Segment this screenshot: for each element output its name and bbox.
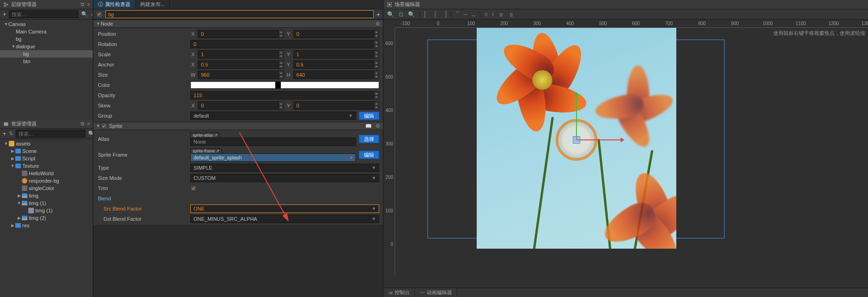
gizmo-x-axis[interactable]: [577, 139, 621, 140]
align-middle-icon[interactable]: ─: [464, 11, 468, 18]
frame-edit-button[interactable]: 编辑: [359, 151, 379, 159]
spin-up-icon[interactable]: ▲: [374, 40, 379, 45]
atlas-field[interactable]: None: [190, 138, 356, 146]
disclosure-icon[interactable]: ▼: [4, 22, 8, 26]
gizmo-center[interactable]: [573, 136, 580, 144]
asset-node[interactable]: responder-bg: [0, 177, 93, 185]
dropdown[interactable]: SIMPLE▼: [190, 164, 379, 172]
number-input[interactable]: [190, 91, 379, 99]
hierarchy-node[interactable]: bg: [0, 35, 93, 43]
spin-up-icon[interactable]: ▲: [374, 61, 379, 65]
transform-gizmo[interactable]: [556, 119, 597, 161]
clear-icon[interactable]: ×: [350, 155, 353, 160]
hierarchy-node[interactable]: btn: [0, 58, 93, 65]
spin-up-icon[interactable]: ▲: [279, 61, 284, 65]
node-name-input[interactable]: [105, 10, 374, 18]
dropdown[interactable]: CUSTOM▼: [190, 174, 379, 182]
disclosure-icon[interactable]: ▼: [11, 44, 16, 49]
spin-down-icon[interactable]: ▼: [374, 65, 379, 69]
number-input[interactable]: [293, 60, 380, 69]
asset-node[interactable]: ▶res: [0, 222, 93, 229]
hierarchy-detach-icon[interactable]: ⧉: [81, 1, 84, 7]
spin-up-icon[interactable]: ▲: [279, 51, 284, 55]
zoom-fit-icon[interactable]: ⊡: [399, 11, 403, 18]
zoom-out-icon[interactable]: 🔍: [387, 11, 394, 18]
align-center-icon[interactable]: │: [434, 11, 437, 18]
asset-node[interactable]: ▶Script: [0, 155, 93, 162]
hierarchy-node[interactable]: ▼dialogue: [0, 43, 93, 50]
color-picker[interactable]: [190, 81, 379, 89]
number-input[interactable]: [293, 71, 380, 79]
atlas-select-button[interactable]: 选择: [359, 135, 379, 143]
scene-canvas[interactable]: -100010020030040050060070080090010001100…: [383, 20, 868, 288]
align-left-icon[interactable]: ▏: [425, 11, 429, 18]
section-node-header[interactable]: ▼ Node ⚙: [93, 20, 383, 28]
asset-node[interactable]: ▶timg (2): [0, 214, 93, 222]
disclosure-icon[interactable]: ▼: [17, 201, 21, 205]
number-input[interactable]: [198, 30, 284, 38]
distribute-v-icon[interactable]: ⫲: [492, 11, 494, 18]
spin-down-icon[interactable]: ▼: [374, 75, 379, 79]
spin-down-icon[interactable]: ▼: [279, 55, 284, 59]
group-edit-button[interactable]: 编辑: [359, 112, 379, 120]
asset-node[interactable]: ▶timg: [0, 192, 93, 199]
distribute-v2-icon[interactable]: ⫼: [509, 11, 514, 18]
hierarchy-node[interactable]: Main Camera: [0, 28, 93, 35]
tab-animation[interactable]: 〰动画编辑器: [415, 288, 457, 297]
spin-down-icon[interactable]: ▼: [374, 45, 379, 48]
asset-node[interactable]: ▼Texture: [0, 162, 93, 170]
spin-up-icon[interactable]: ▲: [374, 51, 379, 55]
spin-up-icon[interactable]: ▲: [374, 92, 379, 96]
spin-up-icon[interactable]: ▲: [279, 102, 284, 106]
number-input[interactable]: [293, 30, 380, 38]
number-input[interactable]: [198, 71, 284, 79]
number-input[interactable]: [293, 101, 380, 110]
spin-up-icon[interactable]: ▲: [279, 30, 284, 34]
hierarchy-add-button[interactable]: +: [3, 11, 6, 18]
add-component-button[interactable]: +: [376, 11, 380, 18]
number-input[interactable]: [198, 101, 284, 110]
section-sprite-gear-icon[interactable]: ⚙: [376, 123, 380, 129]
hierarchy-node[interactable]: ▼Canvas: [0, 20, 93, 28]
number-input[interactable]: [198, 60, 284, 69]
assets-detach-icon[interactable]: ⧉: [81, 121, 84, 127]
trim-checkbox[interactable]: ✔: [190, 185, 197, 191]
align-right-icon[interactable]: ▕: [442, 11, 446, 18]
spin-up-icon[interactable]: ▲: [374, 30, 379, 34]
spin-down-icon[interactable]: ▼: [279, 65, 284, 69]
sprite-frame-field[interactable]: default_sprite_splash×: [190, 153, 356, 162]
spin-down-icon[interactable]: ▼: [279, 106, 284, 110]
asset-node[interactable]: ▶Scene: [0, 147, 93, 155]
distribute-h-icon[interactable]: ⫴: [485, 11, 487, 18]
hierarchy-menu-icon[interactable]: ≡: [87, 1, 90, 7]
node-active-checkbox[interactable]: ✔: [96, 11, 103, 18]
align-top-icon[interactable]: ⎺: [456, 11, 459, 18]
dropdown[interactable]: ONE_MINUS_SRC_ALPHA▼: [190, 215, 379, 223]
assets-add-button[interactable]: +: [3, 131, 6, 137]
asset-node[interactable]: timg (1): [0, 207, 93, 214]
blend-label[interactable]: Blend: [97, 196, 188, 201]
number-input[interactable]: [198, 50, 284, 59]
spin-up-icon[interactable]: ▲: [374, 102, 379, 106]
disclosure-icon[interactable]: ▼: [10, 164, 15, 168]
distribute-h2-icon[interactable]: ⫼: [499, 11, 504, 18]
gizmo-y-axis[interactable]: [576, 96, 577, 140]
assets-search-input[interactable]: [16, 130, 85, 138]
spin-down-icon[interactable]: ▼: [374, 106, 379, 110]
number-input[interactable]: [293, 50, 380, 59]
align-bottom-icon[interactable]: ⎽: [472, 11, 475, 18]
asset-node[interactable]: ▼timg (1): [0, 199, 93, 207]
section-sprite-header[interactable]: ▼ ✔ Sprite 📖 ⚙: [93, 122, 383, 130]
assets-sort-icon[interactable]: ⇅: [9, 131, 13, 137]
spin-down-icon[interactable]: ▼: [279, 75, 284, 79]
spin-up-icon[interactable]: ▲: [374, 71, 379, 75]
tab-console[interactable]: ›≡控制台: [383, 288, 415, 297]
asset-node[interactable]: HelloWorld: [0, 170, 93, 177]
spin-down-icon[interactable]: ▼: [374, 55, 379, 59]
spin-up-icon[interactable]: ▲: [279, 71, 284, 75]
tab-inspector[interactable]: ⓘ 属性检查器: [93, 0, 136, 9]
spin-down-icon[interactable]: ▼: [374, 96, 379, 99]
dropdown[interactable]: ONE▼: [190, 205, 379, 213]
sprite-enabled-checkbox[interactable]: ✔: [101, 123, 107, 129]
asset-node[interactable]: ▼assets: [0, 140, 93, 147]
